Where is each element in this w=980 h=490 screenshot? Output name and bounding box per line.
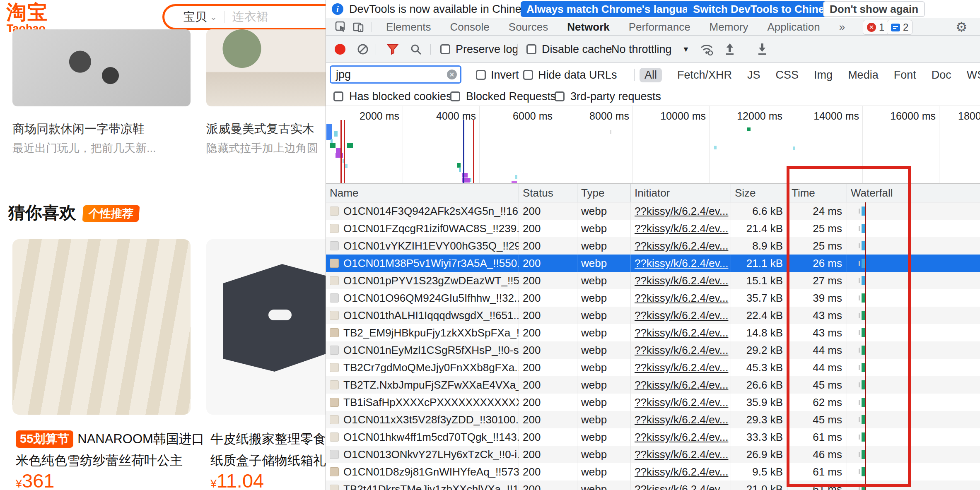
- initiator-cell[interactable]: ??kissy/k/6.2.4/ev...: [631, 272, 731, 289]
- product-image-bedding[interactable]: [12, 239, 191, 415]
- checkbox-has-blocked-cookies[interactable]: Has blocked cookies: [333, 87, 452, 106]
- request-name-cell[interactable]: O1CN013ONkvY27LHy6xTzCk_!!0-i...: [326, 446, 519, 463]
- initiator-cell[interactable]: ??kissy/k/6.2.4/ev...: [631, 324, 731, 341]
- type-chip-media[interactable]: Media: [848, 69, 879, 82]
- table-row[interactable]: O1CN01nEyMzl1CSgR5fXHsP_!!0-s...200webp?…: [326, 341, 980, 359]
- table-row[interactable]: TB2_EM9jHBkpuFjy1zkXXbSpFXa_!...200webp?…: [326, 324, 980, 341]
- tab-[interactable]: »: [830, 18, 854, 36]
- initiator-link[interactable]: ??kissy/k/6.2.4/ev...: [635, 483, 728, 490]
- table-row[interactable]: O1CN01hkw4ff1m5cd70TQgk_!!143...200webp?…: [326, 428, 980, 446]
- request-name-cell[interactable]: O1CN01pPYV1S23gZwDEazWT_!!5...: [326, 272, 519, 289]
- type-chip-doc[interactable]: Doc: [932, 69, 951, 82]
- initiator-link[interactable]: ??kissy/k/6.2.4/ev...: [635, 240, 728, 252]
- invert-checkbox[interactable]: [476, 63, 486, 87]
- search-category-dropdown[interactable]: 宝贝: [183, 9, 207, 25]
- request-name-cell[interactable]: O1CN01M38P5v1Wiyi7r3A5A_!!550...: [326, 255, 519, 272]
- throttling-select[interactable]: No throttling: [611, 36, 672, 63]
- initiator-cell[interactable]: ??kissy/k/6.2.4/ev...: [631, 220, 731, 237]
- initiator-link[interactable]: ??kissy/k/6.2.4/ev...: [635, 292, 728, 304]
- product-title-line1[interactable]: 牛皮纸搬家整理零食: [210, 430, 326, 448]
- product-title-line1[interactable]: 55划算节NANAROOM韩国进口: [16, 430, 205, 448]
- column-header-time[interactable]: Time: [788, 184, 847, 202]
- request-name-cell[interactable]: O1CN01nEyMzl1CSgR5fXHsP_!!0-s...: [326, 341, 519, 359]
- checkbox-box[interactable]: [450, 91, 460, 101]
- product-image-sandals[interactable]: [12, 29, 191, 106]
- tab-console[interactable]: Console: [440, 18, 499, 36]
- export-har-button[interactable]: [757, 36, 768, 63]
- checkbox-box[interactable]: [555, 91, 565, 101]
- initiator-link[interactable]: ??kissy/k/6.2.4/ev...: [635, 466, 728, 478]
- table-row[interactable]: TB1iSafHpXXXXcPXXXXXXXXXXXX...200webp??k…: [326, 394, 980, 411]
- type-chip-ws[interactable]: WS: [967, 69, 980, 82]
- request-name-cell[interactable]: TB2Cr7gdMoQMeJjy0FnXXb8gFXa...: [326, 359, 519, 376]
- initiator-cell[interactable]: ??kissy/k/6.2.4/ev...: [631, 341, 731, 359]
- initiator-link[interactable]: ??kissy/k/6.2.4/ev...: [635, 413, 728, 426]
- preserve-log-checkbox[interactable]: [440, 44, 450, 54]
- initiator-link[interactable]: ??kissy/k/6.2.4/ev...: [635, 205, 728, 217]
- initiator-cell[interactable]: ??kissy/k/6.2.4/ev...: [631, 289, 731, 307]
- product-image-furniture[interactable]: [206, 29, 326, 106]
- tab-performance[interactable]: Performance: [619, 18, 700, 36]
- clear-filter-icon[interactable]: ✕: [447, 70, 457, 79]
- table-row[interactable]: O1CN014F3Q942AFk2sX4G5n_!!16...200webp??…: [326, 202, 980, 220]
- record-button[interactable]: [335, 36, 345, 63]
- initiator-link[interactable]: ??kissy/k/6.2.4/ev...: [635, 274, 728, 287]
- import-har-button[interactable]: [724, 36, 735, 63]
- table-row[interactable]: TB2TZ.NxbJmpuFjSZFwXXaE4VXa_...200webp??…: [326, 376, 980, 394]
- initiator-link[interactable]: ??kissy/k/6.2.4/ev...: [635, 448, 728, 461]
- disable-cache-checkbox[interactable]: [526, 44, 536, 54]
- checkbox-box[interactable]: [333, 91, 343, 101]
- search-input[interactable]: 连衣裙: [232, 9, 268, 25]
- table-row[interactable]: O1CN01vYKZIH1EVY00hG35Q_!!29...200webp??…: [326, 237, 980, 255]
- network-overview-timeline[interactable]: 2000 ms4000 ms6000 ms8000 ms10000 ms1200…: [326, 106, 980, 184]
- tab-elements[interactable]: Elements: [377, 18, 440, 36]
- device-toolbar-icon[interactable]: [352, 21, 364, 33]
- column-header-waterfall[interactable]: Waterfall: [847, 184, 980, 202]
- column-header-initiator[interactable]: Initiator: [631, 184, 731, 202]
- hide-data-urls-checkbox[interactable]: [523, 63, 533, 87]
- column-header-name[interactable]: Name: [326, 184, 519, 202]
- preserve-log-control[interactable]: Preserve log: [440, 36, 519, 63]
- request-name-cell[interactable]: TB1iSafHpXXXXcPXXXXXXXXXXXX...: [326, 394, 519, 411]
- table-row[interactable]: O1CN013ONkvY27LHy6xTzCk_!!0-i...200webp?…: [326, 446, 980, 463]
- dont-show-again-button[interactable]: Don't show again: [823, 1, 925, 17]
- initiator-link[interactable]: ??kissy/k/6.2.4/ev...: [635, 222, 728, 235]
- table-row[interactable]: TB2Cr7gdMoQMeJjy0FnXXb8gFXa...200webp??k…: [326, 359, 980, 376]
- product-title-line2[interactable]: 米色纯色雪纺纱蕾丝荷叶公主: [16, 452, 183, 469]
- always-match-language-button[interactable]: Always match Chrome's language: [521, 1, 707, 17]
- request-name-cell[interactable]: O1CN01D8z9j81GnWIHYfeAq_!!573...: [326, 463, 519, 480]
- disable-cache-control[interactable]: Disable cache: [526, 36, 612, 63]
- type-chip-all[interactable]: All: [640, 68, 662, 82]
- checkbox-blocked-requests[interactable]: Blocked Requests: [450, 87, 556, 106]
- request-name-cell[interactable]: O1CN014F3Q942AFk2sX4G5n_!!16...: [326, 202, 519, 220]
- network-conditions-button[interactable]: [700, 36, 714, 63]
- product-title[interactable]: 派威曼美式复古实木: [206, 121, 314, 137]
- initiator-link[interactable]: ??kissy/k/6.2.4/ev...: [635, 309, 728, 322]
- switch-devtools-chinese-button[interactable]: Switch DevTools to Chinese: [687, 1, 842, 17]
- column-header-status[interactable]: Status: [519, 184, 577, 202]
- table-row[interactable]: O1CN01O96QM924GIu5Ifhhw_!!32...200webp??…: [326, 289, 980, 307]
- table-row[interactable]: O1CN01FZqcgR1izif0WAC8S_!!239...200webp?…: [326, 220, 980, 237]
- request-name-cell[interactable]: O1CN01thALHI1IqqqdwsgdX_!!651...: [326, 307, 519, 324]
- request-name-cell[interactable]: O1CN01FZqcgR1izif0WAC8S_!!239...: [326, 220, 519, 237]
- type-chip-img[interactable]: Img: [814, 69, 833, 82]
- filter-input[interactable]: jpg ✕: [330, 65, 461, 84]
- type-chip-css[interactable]: CSS: [776, 69, 799, 82]
- initiator-link[interactable]: ??kissy/k/6.2.4/ev...: [635, 396, 728, 408]
- clear-button[interactable]: [357, 36, 369, 63]
- column-header-type[interactable]: Type: [577, 184, 631, 202]
- initiator-link[interactable]: ??kissy/k/6.2.4/ev...: [635, 379, 728, 391]
- table-row[interactable]: O1CN01pPYV1S23gZwDEazWT_!!5...200webp??k…: [326, 272, 980, 289]
- table-row[interactable]: O1CN011xX3t5V28f3yZDD_!!30100...200webp?…: [326, 411, 980, 428]
- request-name-cell[interactable]: TB2_EM9jHBkpuFjy1zkXXbSpFXa_!...: [326, 324, 519, 341]
- request-name-cell[interactable]: TB2t41DkrsTMeJjy1zbXXchlVXa_!!1...: [326, 480, 519, 490]
- initiator-cell[interactable]: ??kissy/k/6.2.4/ev...: [631, 307, 731, 324]
- initiator-cell[interactable]: ??kissy/k/6.2.4/ev...: [631, 480, 731, 490]
- initiator-cell[interactable]: ??kissy/k/6.2.4/ev...: [631, 359, 731, 376]
- table-row[interactable]: O1CN01M38P5v1Wiyi7r3A5A_!!550...200webp?…: [326, 255, 980, 272]
- initiator-link[interactable]: ??kissy/k/6.2.4/ev...: [635, 431, 728, 443]
- table-row[interactable]: O1CN01D8z9j81GnWIHYfeAq_!!573...200webp?…: [326, 463, 980, 480]
- request-name-cell[interactable]: O1CN01vYKZIH1EVY00hG35Q_!!29...: [326, 237, 519, 255]
- request-name-cell[interactable]: TB2TZ.NxbJmpuFjSZFwXXaE4VXa_...: [326, 376, 519, 394]
- search-button[interactable]: [410, 36, 422, 63]
